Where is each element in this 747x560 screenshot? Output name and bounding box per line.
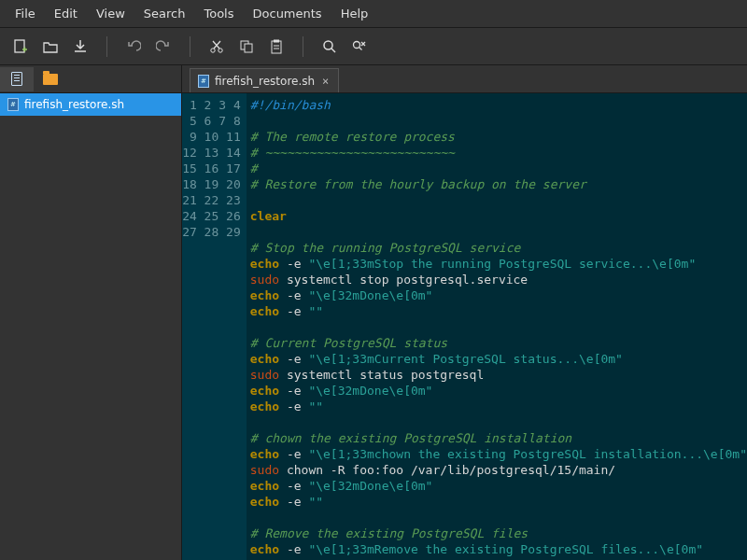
cut-button[interactable] xyxy=(204,34,230,60)
redo-icon xyxy=(156,39,171,54)
toolbar xyxy=(0,28,747,65)
menu-edit[interactable]: Edit xyxy=(45,3,87,24)
svg-rect-5 xyxy=(272,41,281,53)
undo-icon xyxy=(126,39,141,54)
filebrowser-tab[interactable] xyxy=(34,67,67,91)
new-file-icon xyxy=(13,39,28,54)
copy-icon xyxy=(239,39,254,54)
svg-point-7 xyxy=(324,41,332,49)
editor-tab-bar: # firefish_restore.sh × xyxy=(182,65,747,93)
menu-help[interactable]: Help xyxy=(331,3,378,24)
open-document-item[interactable]: # firefish_restore.sh xyxy=(0,93,181,116)
open-file-button[interactable] xyxy=(37,34,63,60)
menu-search[interactable]: Search xyxy=(134,3,195,24)
undo-button[interactable] xyxy=(120,34,147,60)
new-file-button[interactable] xyxy=(7,34,34,60)
editor-area: # firefish_restore.sh × 1 2 3 4 5 6 7 8 … xyxy=(182,65,747,560)
menu-file[interactable]: File xyxy=(6,3,45,24)
svg-point-1 xyxy=(211,48,215,51)
svg-point-8 xyxy=(354,41,360,48)
documents-tab[interactable] xyxy=(0,67,34,91)
svg-rect-4 xyxy=(245,44,252,52)
menu-documents[interactable]: Documents xyxy=(244,3,331,24)
toolbar-separator xyxy=(190,36,190,57)
search-icon xyxy=(322,39,337,54)
copy-button[interactable] xyxy=(233,34,260,60)
sh-file-icon: # xyxy=(198,75,209,88)
find-replace-icon xyxy=(352,39,367,54)
redo-button[interactable] xyxy=(150,34,176,60)
editor-tab[interactable]: # firefish_restore.sh × xyxy=(190,68,339,92)
sh-file-icon: # xyxy=(7,98,19,111)
open-file-icon xyxy=(43,39,58,54)
toolbar-separator xyxy=(106,36,107,57)
menu-bar: File Edit View Search Tools Documents He… xyxy=(0,0,747,28)
save-button[interactable] xyxy=(67,34,93,60)
code-editor[interactable]: 1 2 3 4 5 6 7 8 9 10 11 12 13 14 15 16 1… xyxy=(182,93,747,560)
close-tab-button[interactable]: × xyxy=(320,75,331,88)
folder-icon xyxy=(43,74,58,85)
paste-button[interactable] xyxy=(263,34,289,60)
document-icon xyxy=(11,72,22,86)
line-number-gutter: 1 2 3 4 5 6 7 8 9 10 11 12 13 14 15 16 1… xyxy=(182,93,247,560)
menu-view[interactable]: View xyxy=(87,3,134,24)
paste-icon xyxy=(269,39,284,54)
find-button[interactable] xyxy=(317,34,343,60)
side-panel-tabs xyxy=(0,65,181,93)
toolbar-separator xyxy=(303,36,303,57)
editor-tab-label: firefish_restore.sh xyxy=(215,75,315,88)
svg-rect-6 xyxy=(274,39,279,42)
cut-icon xyxy=(209,39,224,54)
save-icon xyxy=(73,39,88,54)
find-replace-button[interactable] xyxy=(346,34,373,60)
menu-tools[interactable]: Tools xyxy=(194,3,243,24)
open-document-label: firefish_restore.sh xyxy=(24,98,124,111)
svg-point-2 xyxy=(218,48,222,51)
side-panel: # firefish_restore.sh xyxy=(0,65,182,560)
code-content[interactable]: #!/bin/bash # The remote restore process… xyxy=(247,93,747,560)
svg-rect-0 xyxy=(15,40,24,52)
